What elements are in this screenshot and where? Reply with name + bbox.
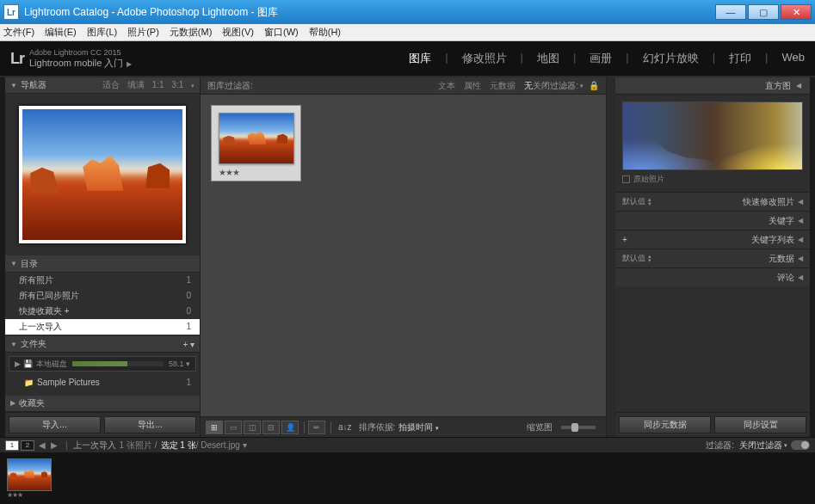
catalog-previous-import[interactable]: 上一次导入1	[5, 319, 200, 335]
sort-dropdown[interactable]: 拍摄时间 ▾	[398, 421, 439, 433]
filmstrip-thumbnail[interactable]: ★★★	[7, 458, 52, 499]
grid-scrollbar[interactable]	[607, 77, 615, 437]
selected-count: 选定 1 张	[161, 439, 196, 452]
grid-thumbnail[interactable]: ★★★	[211, 105, 301, 181]
close-button[interactable]: ✕	[781, 4, 812, 20]
disk-icon: ▶ 💾	[15, 360, 33, 368]
module-book[interactable]: 画册	[590, 51, 612, 66]
rating-stars[interactable]: ★★★	[219, 168, 293, 177]
minimize-button[interactable]: —	[715, 4, 746, 20]
histogram[interactable]	[622, 101, 803, 170]
window-title: Lightroom Catalog - Adobe Photoshop Ligh…	[24, 5, 278, 20]
sort-direction-icon[interactable]: a↓z	[338, 422, 352, 432]
import-button[interactable]: 导入...	[9, 416, 101, 433]
volume-bar[interactable]: ▶ 💾 本地磁盘 58.1 ▾	[9, 356, 196, 372]
module-map[interactable]: 地图	[537, 51, 559, 66]
grid-view-icon[interactable]: ⊞	[206, 421, 223, 434]
library-filter-bar: 图库过滤器: 文本 属性 元数据 无 关闭过滤器: ▾ 🔒	[201, 77, 606, 95]
nav-fill[interactable]: 填满	[127, 80, 145, 89]
maximize-button[interactable]: ▢	[748, 4, 779, 20]
grid-toolbar: ⊞ ▭ ◫ ⊟ 👤 ✏ a↓z 排序依据: 拍摄时间 ▾ 缩览图	[201, 416, 606, 437]
sync-metadata-button[interactable]: 同步元数据	[619, 416, 711, 433]
app-icon: Lr	[3, 4, 19, 20]
catalog-all-photos[interactable]: 所有照片1	[5, 273, 200, 288]
catalog-quick-collection[interactable]: 快捷收藏夹 +0	[5, 304, 200, 319]
nav-back-icon[interactable]: ◀	[39, 440, 46, 450]
menu-help[interactable]: 帮助(H)	[309, 26, 341, 39]
thumb-size-label: 缩览图	[527, 421, 553, 433]
module-develop[interactable]: 修改照片	[462, 51, 507, 66]
filter-off-label[interactable]: 关闭过滤器:	[533, 80, 578, 92]
main-monitor-button[interactable]: 1	[5, 440, 19, 451]
sync-settings-button[interactable]: 同步设置	[714, 416, 806, 433]
filter-label: 图库过滤器:	[207, 80, 253, 92]
thumbnail-grid[interactable]: ★★★	[201, 95, 606, 416]
filter-none[interactable]: 无	[524, 80, 533, 92]
filter-switch[interactable]	[791, 440, 810, 450]
catalog-header[interactable]: ▼目录	[5, 255, 200, 272]
filmstrip-filter-dropdown[interactable]: 关闭过滤器	[739, 439, 782, 452]
product-subtitle[interactable]: Lightroom mobile 入门▶	[29, 58, 132, 69]
menu-file[interactable]: 文件(F)	[3, 26, 34, 39]
filmstrip-filter-label: 过滤器:	[706, 439, 734, 452]
menu-bar: 文件(F) 编辑(E) 图库(L) 照片(P) 元数据(M) 视图(V) 窗口(…	[0, 24, 815, 41]
filmstrip-header: 1 2 ◀ ▶ | 上一次导入 1 张照片 / 选定 1 张 / Desert.…	[0, 437, 815, 452]
folder-icon: 📁	[24, 378, 34, 387]
module-web[interactable]: Web	[782, 51, 806, 66]
nav-fit[interactable]: 适合	[102, 80, 120, 89]
left-panel: ▼导航器 适合 填满 1:1 3:1 ▾ ▼目录 所有照片1 所有已同步照片0 …	[5, 77, 200, 437]
menu-view[interactable]: 视图(V)	[222, 26, 254, 39]
window-titlebar: Lr Lightroom Catalog - Adobe Photoshop L…	[0, 0, 815, 24]
second-monitor-button[interactable]: 2	[21, 440, 34, 451]
module-slideshow[interactable]: 幻灯片放映	[643, 51, 699, 66]
lightroom-logo: Lr	[10, 50, 24, 68]
right-panel-collapse[interactable]	[810, 77, 815, 437]
metadata-header[interactable]: 默认值▴▾元数据◀	[615, 249, 810, 267]
histogram-header[interactable]: 直方图◀	[615, 77, 810, 95]
people-view-icon[interactable]: 👤	[281, 421, 299, 434]
comments-header[interactable]: 评论◀	[615, 267, 810, 286]
module-library[interactable]: 图库	[409, 51, 431, 66]
original-photo-checkbox[interactable]: 原始照片	[622, 174, 803, 185]
nav-1to1[interactable]: 1:1	[152, 80, 164, 89]
filter-text[interactable]: 文本	[438, 80, 455, 92]
thumb-size-slider[interactable]	[561, 426, 596, 429]
folders-header[interactable]: ▼文件夹+ ▾	[5, 336, 200, 353]
filmstrip[interactable]: ★★★	[0, 452, 815, 504]
lock-icon[interactable]: 🔒	[589, 81, 599, 90]
keywording-header[interactable]: 关键字◀	[615, 211, 810, 230]
filter-metadata[interactable]: 元数据	[490, 80, 516, 92]
module-picker: 图库| 修改照片| 地图| 画册| 幻灯片放映| 打印| Web	[409, 51, 805, 66]
filter-attribute[interactable]: 属性	[464, 80, 481, 92]
keyword-list-header[interactable]: +关键字列表◀	[615, 230, 810, 249]
navigator-preview[interactable]	[19, 106, 186, 243]
folder-sample-pictures[interactable]: 📁 Sample Pictures1	[5, 375, 200, 390]
quick-develop-header[interactable]: 默认值▴▾快速修改照片◀	[615, 192, 810, 211]
current-filename[interactable]: / Desert.jpg ▾	[196, 440, 247, 450]
catalog-synced[interactable]: 所有已同步照片0	[5, 288, 200, 304]
nav-forward-icon[interactable]: ▶	[51, 440, 58, 450]
filmstrip-rating: ★★★	[7, 491, 52, 499]
menu-library[interactable]: 图库(L)	[87, 26, 117, 39]
collections-header[interactable]: ▶收藏夹	[5, 396, 200, 412]
sort-label: 排序依据:	[359, 421, 396, 433]
painter-icon[interactable]: ✏	[308, 421, 325, 434]
nav-3to1[interactable]: 3:1	[171, 80, 183, 89]
right-panel: 直方图◀ 原始照片 默认值▴▾快速修改照片◀ 关键字◀ +关键字列表◀ 默认值▴…	[615, 77, 810, 437]
module-print[interactable]: 打印	[729, 51, 751, 66]
export-button[interactable]: 导出...	[104, 416, 196, 433]
path-source[interactable]: 上一次导入	[73, 439, 116, 452]
menu-window[interactable]: 窗口(W)	[264, 26, 299, 39]
menu-edit[interactable]: 编辑(E)	[45, 26, 77, 39]
app-header: Lr Adobe Lightroom CC 2015 Lightroom mob…	[0, 41, 815, 76]
survey-view-icon[interactable]: ⊟	[262, 421, 280, 434]
grid-view: 图库过滤器: 文本 属性 元数据 无 关闭过滤器: ▾ 🔒 ★★★ ⊞ ▭ ◫ …	[200, 77, 607, 437]
menu-metadata[interactable]: 元数据(M)	[170, 26, 213, 39]
navigator-header[interactable]: ▼导航器 适合 填满 1:1 3:1 ▾	[5, 77, 200, 94]
product-name: Adobe Lightroom CC 2015	[29, 48, 132, 58]
compare-view-icon[interactable]: ◫	[244, 421, 261, 434]
loupe-view-icon[interactable]: ▭	[225, 421, 242, 434]
menu-photo[interactable]: 照片(P)	[127, 26, 159, 39]
